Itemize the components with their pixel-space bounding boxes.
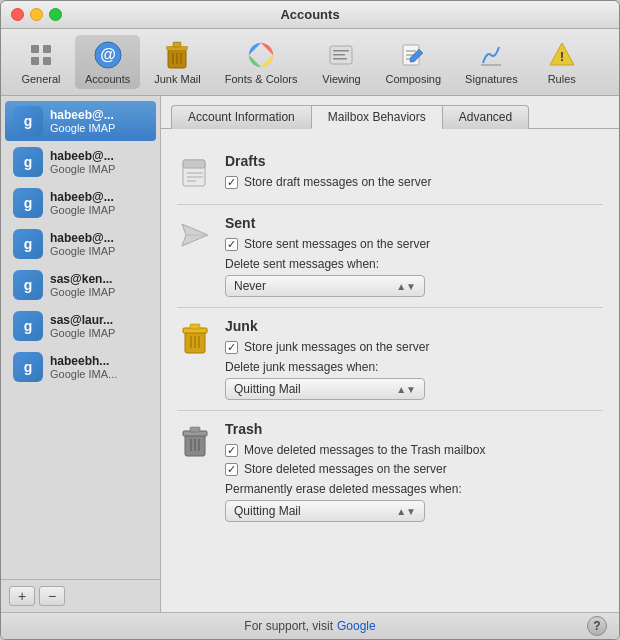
account-name-6: habeebh...: [50, 354, 117, 368]
add-account-button[interactable]: +: [9, 586, 35, 606]
fonts-colors-label: Fonts & Colors: [225, 73, 298, 85]
sidebar-item-1[interactable]: g habeeb@... Google IMAP: [5, 142, 156, 182]
store-junk-checkbox[interactable]: ✓: [225, 341, 238, 354]
general-icon: [25, 39, 57, 71]
traffic-lights: [11, 8, 62, 21]
sidebar-item-6[interactable]: g habeebh... Google IMA...: [5, 347, 156, 387]
junk-section: Junk ✓ Store junk messages on the server…: [177, 308, 603, 411]
sent-delete-when-row: Delete sent messages when: Never ▲▼: [225, 257, 603, 297]
sent-delete-when-dropdown[interactable]: Never ▲▼: [225, 275, 425, 297]
svg-text:g: g: [24, 154, 33, 170]
footer-text: For support, visit: [244, 619, 333, 633]
sidebar-item-0[interactable]: g habeeb@... Google IMAP: [5, 101, 156, 141]
junk-mail-icon: [161, 39, 193, 71]
toolbar-item-rules[interactable]: ! Rules: [532, 35, 592, 89]
accounts-label: Accounts: [85, 73, 130, 85]
junk-body: Junk ✓ Store junk messages on the server…: [225, 318, 603, 400]
rules-label: Rules: [548, 73, 576, 85]
store-junk-label: Store junk messages on the server: [244, 340, 429, 354]
tabs-bar: Account Information Mailbox Behaviors Ad…: [161, 96, 619, 129]
svg-text:g: g: [24, 277, 33, 293]
signatures-icon: [475, 39, 507, 71]
composing-label: Composing: [385, 73, 441, 85]
sidebar-item-3[interactable]: g habeeb@... Google IMAP: [5, 224, 156, 264]
account-type-0: Google IMAP: [50, 122, 115, 134]
tab-advanced[interactable]: Advanced: [442, 105, 529, 129]
trash-icon: [177, 423, 213, 459]
trash-delete-when-dropdown[interactable]: Quitting Mail ▲▼: [225, 500, 425, 522]
svg-rect-1: [43, 45, 51, 53]
store-drafts-checkbox[interactable]: ✓: [225, 176, 238, 189]
toolbar-item-accounts[interactable]: @ Accounts: [75, 35, 140, 89]
account-name-5: sas@laur...: [50, 313, 115, 327]
toolbar-item-fonts-colors[interactable]: Fonts & Colors: [215, 35, 308, 89]
close-button[interactable]: [11, 8, 24, 21]
move-to-trash-label: Move deleted messages to the Trash mailb…: [244, 443, 485, 457]
svg-rect-0: [31, 45, 39, 53]
toolbar-item-junk-mail[interactable]: Junk Mail: [144, 35, 210, 89]
svg-rect-3: [43, 57, 51, 65]
minimize-button[interactable]: [30, 8, 43, 21]
window-title: Accounts: [280, 7, 339, 22]
avatar-0: g: [13, 106, 43, 136]
svg-text:g: g: [24, 359, 33, 375]
maximize-button[interactable]: [49, 8, 62, 21]
junk-delete-when-row: Delete junk messages when: Quitting Mail…: [225, 360, 603, 400]
sidebar-item-4[interactable]: g sas@ken... Google IMAP: [5, 265, 156, 305]
google-link[interactable]: Google: [337, 619, 376, 633]
trash-section: Trash ✓ Move deleted messages to the Tra…: [177, 411, 603, 532]
avatar-6: g: [13, 352, 43, 382]
store-sent-checkbox[interactable]: ✓: [225, 238, 238, 251]
trash-delete-when-row: Permanently erase deleted messages when:…: [225, 482, 603, 522]
sent-body: Sent ✓ Store sent messages on the server…: [225, 215, 603, 297]
trash-body: Trash ✓ Move deleted messages to the Tra…: [225, 421, 603, 522]
sidebar-footer: + −: [1, 579, 160, 612]
svg-rect-2: [31, 57, 39, 65]
toolbar-item-viewing[interactable]: Viewing: [311, 35, 371, 89]
general-label: General: [21, 73, 60, 85]
svg-rect-15: [333, 54, 345, 56]
svg-text:@: @: [100, 46, 116, 63]
sent-section: Sent ✓ Store sent messages on the server…: [177, 205, 603, 308]
tab-account-information[interactable]: Account Information: [171, 105, 311, 129]
junk-delete-when-dropdown[interactable]: Quitting Mail ▲▼: [225, 378, 425, 400]
account-name-1: habeeb@...: [50, 149, 115, 163]
account-type-5: Google IMAP: [50, 327, 115, 339]
sidebar-item-2[interactable]: g habeeb@... Google IMAP: [5, 183, 156, 223]
drafts-body: Drafts ✓ Store draft messages on the ser…: [225, 153, 603, 194]
content-panel: Account Information Mailbox Behaviors Ad…: [161, 96, 619, 612]
sidebar-item-5[interactable]: g sas@laur... Google IMAP: [5, 306, 156, 346]
svg-text:g: g: [24, 318, 33, 334]
account-info-6: habeebh... Google IMA...: [50, 354, 117, 380]
toolbar-item-composing[interactable]: Composing: [375, 35, 451, 89]
trash-delete-when-label: Permanently erase deleted messages when:: [225, 482, 603, 496]
window: Accounts General @ Accou: [0, 0, 620, 640]
remove-account-button[interactable]: −: [39, 586, 65, 606]
account-name-0: habeeb@...: [50, 108, 115, 122]
account-type-6: Google IMA...: [50, 368, 117, 380]
store-drafts-label: Store draft messages on the server: [244, 175, 431, 189]
accounts-icon: @: [92, 39, 124, 71]
account-name-4: sas@ken...: [50, 272, 115, 286]
store-sent-row: ✓ Store sent messages on the server: [225, 237, 603, 251]
account-name-2: habeeb@...: [50, 190, 115, 204]
toolbar-item-signatures[interactable]: Signatures: [455, 35, 528, 89]
toolbar-item-general[interactable]: General: [11, 35, 71, 89]
svg-rect-40: [190, 324, 200, 329]
help-button[interactable]: ?: [587, 616, 607, 636]
fonts-colors-icon: [245, 39, 277, 71]
move-to-trash-checkbox[interactable]: ✓: [225, 444, 238, 457]
avatar-4: g: [13, 270, 43, 300]
avatar-2: g: [13, 188, 43, 218]
account-info-0: habeeb@... Google IMAP: [50, 108, 115, 134]
trash-title: Trash: [225, 421, 603, 437]
account-name-3: habeeb@...: [50, 231, 115, 245]
store-deleted-checkbox[interactable]: ✓: [225, 463, 238, 476]
account-info-3: habeeb@... Google IMAP: [50, 231, 115, 257]
svg-text:g: g: [24, 236, 33, 252]
drafts-icon: [177, 155, 213, 191]
account-info-4: sas@ken... Google IMAP: [50, 272, 115, 298]
account-type-4: Google IMAP: [50, 286, 115, 298]
toolbar: General @ Accounts: [1, 29, 619, 96]
tab-mailbox-behaviors[interactable]: Mailbox Behaviors: [311, 105, 442, 129]
